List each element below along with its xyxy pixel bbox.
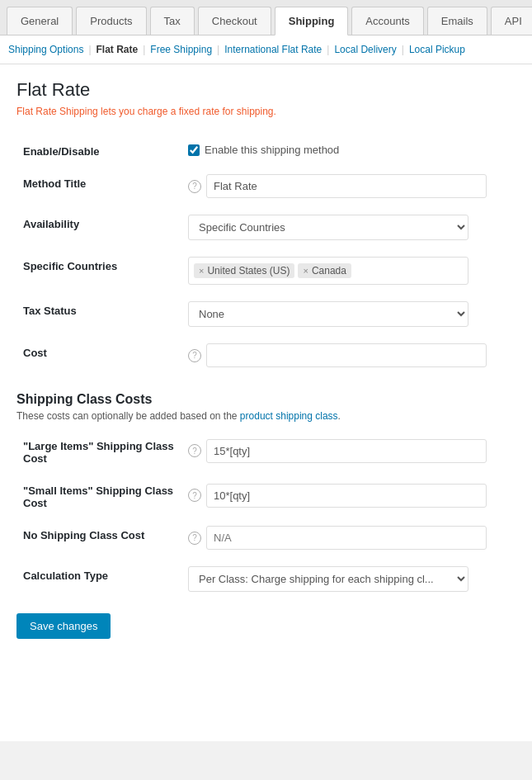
large-items-input[interactable]	[206, 439, 487, 463]
remove-canada-button[interactable]: ×	[303, 266, 308, 276]
tax-status-select[interactable]: None Taxable	[188, 301, 468, 327]
no-class-input[interactable]	[206, 526, 487, 550]
cost-label: Cost	[16, 335, 181, 376]
subnav-flat-rate[interactable]: Flat Rate	[97, 44, 139, 55]
method-title-field: ?	[181, 166, 516, 206]
tax-status-field: None Taxable	[181, 293, 516, 335]
availability-label: Availability	[16, 206, 181, 248]
shipping-class-desc-prefix: These costs can optionally be added base…	[16, 410, 240, 422]
subnav-international-flat-rate[interactable]: International Flat Rate	[224, 44, 322, 55]
specific-countries-label: Specific Countries	[16, 248, 181, 293]
calc-type-select[interactable]: Per Class: Charge shipping for each ship…	[188, 566, 468, 592]
country-us-label: United States (US)	[207, 265, 290, 277]
main-content: Flat Rate Flat Rate Shipping lets you ch…	[0, 64, 532, 741]
no-class-help-icon: ?	[188, 532, 201, 545]
shipping-class-desc-suffix: .	[338, 410, 341, 422]
calc-type-row: Calculation Type Per Class: Charge shipp…	[16, 558, 516, 600]
method-title-row: Method Title ?	[16, 166, 516, 206]
country-tag-us: × United States (US)	[194, 263, 294, 278]
small-items-help-icon: ?	[188, 489, 201, 502]
specific-countries-field: × United States (US) × Canada	[181, 248, 516, 293]
country-canada-label: Canada	[312, 265, 346, 277]
cost-input[interactable]	[206, 343, 487, 367]
save-button[interactable]: Save changes	[16, 613, 111, 639]
page-description: Flat Rate Shipping lets you charge a fix…	[16, 106, 516, 117]
tab-checkout[interactable]: Checkout	[198, 7, 271, 35]
tax-status-label: Tax Status	[16, 293, 181, 335]
remove-us-button[interactable]: ×	[199, 266, 204, 276]
no-class-label: No Shipping Class Cost	[16, 518, 181, 558]
calc-type-field: Per Class: Charge shipping for each ship…	[181, 558, 516, 600]
tab-shipping[interactable]: Shipping	[275, 7, 349, 35]
shipping-class-heading: Shipping Class Costs	[16, 392, 516, 407]
subnav-local-delivery[interactable]: Local Delivery	[334, 44, 396, 55]
large-items-row: "Large Items" Shipping Class Cost ?	[16, 428, 516, 473]
countries-tags-container[interactable]: × United States (US) × Canada	[188, 257, 468, 285]
tab-api[interactable]: API	[491, 7, 532, 35]
subnav-free-shipping[interactable]: Free Shipping	[150, 44, 212, 55]
small-items-row: "Small Items" Shipping Class Cost ?	[16, 473, 516, 518]
small-items-field: ?	[181, 473, 516, 518]
subnav-shipping-options[interactable]: Shipping Options	[8, 44, 83, 55]
cost-field: ?	[181, 335, 516, 376]
tax-status-row: Tax Status None Taxable	[16, 293, 516, 335]
enable-label-text: Enable this shipping method	[205, 144, 339, 156]
availability-row: Availability All Countries Specific Coun…	[16, 206, 516, 248]
small-items-label: "Small Items" Shipping Class Cost	[16, 473, 181, 518]
availability-select[interactable]: All Countries Specific Countries Disable…	[188, 215, 468, 240]
subnav-local-pickup[interactable]: Local Pickup	[409, 44, 465, 55]
no-class-row: No Shipping Class Cost ?	[16, 518, 516, 558]
availability-field: All Countries Specific Countries Disable…	[181, 206, 516, 248]
enable-disable-label: Enable/Disable	[16, 134, 181, 166]
small-items-input[interactable]	[206, 484, 487, 508]
product-shipping-class-link[interactable]: product shipping class	[240, 410, 338, 422]
enable-checkbox[interactable]	[188, 144, 200, 156]
method-title-input[interactable]	[206, 174, 487, 198]
tab-bar: General Products Tax Checkout Shipping A…	[0, 0, 532, 35]
page-title: Flat Rate	[16, 79, 516, 101]
enable-disable-row: Enable/Disable Enable this shipping meth…	[16, 134, 516, 166]
sub-nav: Shipping Options | Flat Rate | Free Ship…	[0, 35, 532, 64]
large-items-help-icon: ?	[188, 444, 201, 457]
large-items-label: "Large Items" Shipping Class Cost	[16, 428, 181, 473]
enable-disable-field: Enable this shipping method	[181, 134, 516, 166]
tab-general[interactable]: General	[7, 7, 73, 35]
method-title-label: Method Title	[16, 166, 181, 206]
shipping-class-desc: These costs can optionally be added base…	[16, 410, 516, 422]
tab-accounts[interactable]: Accounts	[351, 7, 423, 35]
method-title-help-icon: ?	[188, 180, 201, 193]
enable-checkbox-label[interactable]: Enable this shipping method	[188, 144, 509, 156]
calc-type-label: Calculation Type	[16, 558, 181, 600]
shipping-class-table: "Large Items" Shipping Class Cost ? "Sma…	[16, 428, 516, 600]
specific-countries-row: Specific Countries × United States (US) …	[16, 248, 516, 293]
tab-tax[interactable]: Tax	[150, 7, 195, 35]
large-items-field: ?	[181, 428, 516, 473]
cost-row: Cost ?	[16, 335, 516, 376]
cost-help-icon: ?	[188, 349, 201, 362]
country-tag-canada: × Canada	[298, 263, 351, 278]
no-class-field: ?	[181, 518, 516, 558]
tab-emails[interactable]: Emails	[427, 7, 487, 35]
form-table: Enable/Disable Enable this shipping meth…	[16, 134, 516, 376]
tab-products[interactable]: Products	[76, 7, 146, 35]
